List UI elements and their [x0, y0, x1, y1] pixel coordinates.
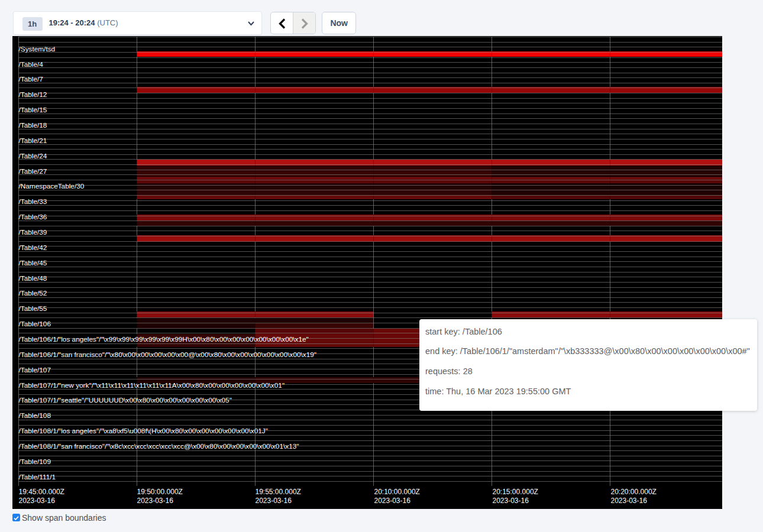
svg-text:20:20:00.000Z: 20:20:00.000Z: [611, 488, 657, 496]
svg-text:/System/tsd: /System/tsd: [19, 45, 56, 53]
svg-text:/Table/27: /Table/27: [19, 167, 47, 176]
svg-text:2023-03-16: 2023-03-16: [493, 497, 529, 505]
svg-text:/Table/36: /Table/36: [19, 213, 47, 221]
svg-text:2023-03-16: 2023-03-16: [19, 497, 56, 505]
svg-text:/Table/108/1/"los angeles"/"\x: /Table/108/1/"los angeles"/"\xa8\xf5\u00…: [19, 427, 268, 435]
svg-text:/Table/21: /Table/21: [19, 137, 47, 145]
svg-text:/NamespaceTable/30: /NamespaceTable/30: [19, 182, 85, 190]
svg-text:2023-03-16: 2023-03-16: [374, 497, 411, 505]
svg-text:/Table/111/1: /Table/111/1: [19, 473, 56, 481]
svg-text:/Table/109: /Table/109: [19, 458, 51, 466]
svg-text:2023-03-16: 2023-03-16: [611, 497, 648, 505]
svg-text:/Table/4: /Table/4: [19, 60, 44, 69]
svg-text:/Table/33: /Table/33: [19, 197, 47, 206]
svg-text:/Table/15: /Table/15: [19, 106, 47, 114]
svg-text:19:55:00.000Z: 19:55:00.000Z: [256, 488, 301, 496]
svg-text:20:10:00.000Z: 20:10:00.000Z: [374, 488, 420, 496]
svg-text:/Table/52: /Table/52: [19, 289, 47, 297]
svg-text:20:15:00.000Z: 20:15:00.000Z: [493, 488, 538, 496]
svg-text:/Table/106/1/"los angeles"/"\x: /Table/106/1/"los angeles"/"\x99\x99\x99…: [19, 335, 309, 343]
svg-text:/Table/106/1/"san francisco"/": /Table/106/1/"san francisco"/"\x80\x00\x…: [19, 351, 317, 359]
svg-text:2023-03-16: 2023-03-16: [137, 497, 174, 505]
svg-text:2023-03-16: 2023-03-16: [256, 497, 292, 505]
svg-text:/Table/108: /Table/108: [19, 411, 51, 420]
svg-text:/Table/108/1/"san francisco"/": /Table/108/1/"san francisco"/"\x8c\xcc\x…: [19, 442, 299, 450]
svg-text:/Table/7: /Table/7: [19, 75, 43, 83]
svg-text:/Table/12: /Table/12: [19, 90, 47, 99]
svg-text:/Table/106: /Table/106: [19, 320, 51, 328]
svg-text:/Table/24: /Table/24: [19, 152, 47, 160]
svg-text:/Table/39: /Table/39: [19, 228, 47, 236]
svg-text:19:50:00.000Z: 19:50:00.000Z: [137, 488, 183, 496]
svg-text:/Table/18: /Table/18: [19, 121, 47, 129]
svg-text:/Table/42: /Table/42: [19, 244, 47, 252]
svg-text:/Table/107: /Table/107: [19, 366, 51, 374]
svg-text:/Table/45: /Table/45: [19, 259, 47, 267]
svg-text:/Table/107/1/"new york"/"\x11\: /Table/107/1/"new york"/"\x11\x11\x11\x1…: [19, 381, 285, 390]
svg-text:19:45:00.000Z: 19:45:00.000Z: [19, 488, 64, 496]
svg-text:/Table/107/1/"seattle"/"UUUUUU: /Table/107/1/"seattle"/"UUUUUUD\x00\x80\…: [19, 396, 232, 404]
svg-text:/Table/48: /Table/48: [19, 274, 47, 283]
svg-text:/Table/55: /Table/55: [19, 304, 47, 313]
